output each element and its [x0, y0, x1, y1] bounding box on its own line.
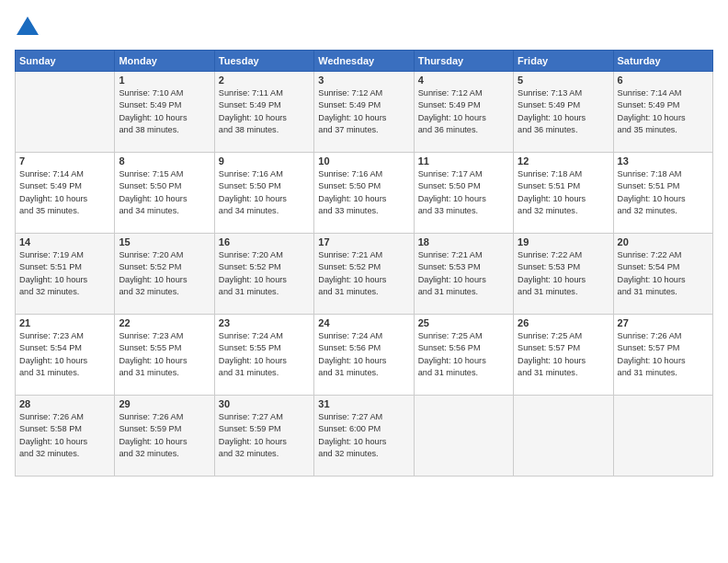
cell-line: Sunset: 5:49 PM — [19, 180, 110, 192]
cell-line: Daylight: 10 hours — [119, 355, 210, 367]
cell-content: Sunrise: 7:18 AMSunset: 5:51 PMDaylight:… — [618, 168, 709, 217]
cell-line: Sunset: 5:51 PM — [19, 261, 110, 273]
cell-line: Sunrise: 7:22 AM — [618, 249, 709, 261]
calendar-cell: 11Sunrise: 7:17 AMSunset: 5:50 PMDayligh… — [414, 153, 513, 234]
cell-content: Sunrise: 7:22 AMSunset: 5:54 PMDaylight:… — [618, 249, 709, 298]
calendar-cell: 12Sunrise: 7:18 AMSunset: 5:51 PMDayligh… — [514, 153, 613, 234]
cell-line: Sunset: 5:49 PM — [318, 99, 409, 111]
cell-line: Sunset: 5:55 PM — [219, 342, 310, 354]
cell-line: Sunset: 5:49 PM — [418, 99, 509, 111]
cell-line: and 32 minutes. — [219, 448, 310, 460]
cell-line: Sunrise: 7:18 AM — [518, 168, 609, 180]
cell-line: Sunset: 5:59 PM — [119, 423, 210, 435]
cell-line: Sunrise: 7:25 AM — [418, 330, 509, 342]
cell-line: Sunrise: 7:21 AM — [318, 249, 409, 261]
day-number: 1 — [119, 75, 210, 86]
calendar-cell: 19Sunrise: 7:22 AMSunset: 5:53 PMDayligh… — [514, 234, 613, 315]
cell-content: Sunrise: 7:26 AMSunset: 5:58 PMDaylight:… — [19, 411, 110, 460]
cell-line: Sunrise: 7:25 AM — [518, 330, 609, 342]
logo-icon — [15, 15, 40, 40]
calendar-week-row: 28Sunrise: 7:26 AMSunset: 5:58 PMDayligh… — [16, 396, 713, 477]
day-number: 23 — [219, 317, 310, 328]
cell-line: Sunrise: 7:21 AM — [418, 249, 509, 261]
cell-line: Sunset: 5:59 PM — [219, 423, 310, 435]
cell-line: Sunset: 5:52 PM — [318, 261, 409, 273]
cell-line: Sunrise: 7:26 AM — [19, 411, 110, 423]
cell-content: Sunrise: 7:27 AMSunset: 6:00 PMDaylight:… — [318, 411, 409, 460]
cell-line: and 31 minutes. — [418, 367, 509, 379]
cell-content: Sunrise: 7:13 AMSunset: 5:49 PMDaylight:… — [518, 87, 609, 136]
day-number: 2 — [219, 75, 310, 86]
cell-line: and 34 minutes. — [219, 205, 310, 217]
cell-line: and 31 minutes. — [119, 367, 210, 379]
cell-content: Sunrise: 7:11 AMSunset: 5:49 PMDaylight:… — [219, 87, 310, 136]
cell-line: and 33 minutes. — [318, 205, 409, 217]
day-number: 22 — [119, 317, 210, 328]
calendar-cell: 9Sunrise: 7:16 AMSunset: 5:50 PMDaylight… — [214, 153, 313, 234]
calendar-cell — [613, 396, 712, 477]
calendar-cell: 10Sunrise: 7:16 AMSunset: 5:50 PMDayligh… — [314, 153, 414, 234]
calendar-day-header: Friday — [514, 51, 613, 72]
calendar-day-header: Saturday — [613, 51, 712, 72]
cell-line: Daylight: 10 hours — [19, 193, 110, 205]
calendar-header-row: SundayMondayTuesdayWednesdayThursdayFrid… — [16, 51, 713, 72]
cell-content: Sunrise: 7:15 AMSunset: 5:50 PMDaylight:… — [119, 168, 210, 217]
cell-line: and 31 minutes. — [219, 367, 310, 379]
cell-line: and 31 minutes. — [618, 367, 709, 379]
cell-line: and 32 minutes. — [318, 448, 409, 460]
day-number: 18 — [418, 236, 509, 247]
day-number: 16 — [219, 236, 310, 247]
cell-line: and 38 minutes. — [219, 124, 310, 136]
cell-line: and 35 minutes. — [19, 205, 110, 217]
page: SundayMondayTuesdayWednesdayThursdayFrid… — [0, 0, 728, 563]
day-number: 6 — [618, 75, 709, 86]
day-number: 26 — [518, 317, 609, 328]
cell-line: Daylight: 10 hours — [418, 193, 509, 205]
cell-line: Sunset: 5:55 PM — [119, 342, 210, 354]
calendar-cell — [414, 396, 513, 477]
calendar-cell: 4Sunrise: 7:12 AMSunset: 5:49 PMDaylight… — [414, 72, 513, 153]
cell-line: Sunset: 5:50 PM — [418, 180, 509, 192]
cell-line: Sunrise: 7:16 AM — [318, 168, 409, 180]
cell-line: Sunrise: 7:26 AM — [119, 411, 210, 423]
calendar-cell: 24Sunrise: 7:24 AMSunset: 5:56 PMDayligh… — [314, 315, 414, 396]
cell-line: Daylight: 10 hours — [518, 355, 609, 367]
cell-content: Sunrise: 7:23 AMSunset: 5:54 PMDaylight:… — [19, 330, 110, 379]
svg-rect-1 — [24, 28, 31, 35]
cell-line: and 31 minutes. — [19, 367, 110, 379]
cell-line: and 31 minutes. — [618, 286, 709, 298]
cell-line: and 31 minutes. — [318, 367, 409, 379]
day-number: 11 — [418, 155, 509, 167]
cell-content: Sunrise: 7:22 AMSunset: 5:53 PMDaylight:… — [518, 249, 609, 298]
calendar-cell: 8Sunrise: 7:15 AMSunset: 5:50 PMDaylight… — [115, 153, 214, 234]
cell-line: Sunset: 5:49 PM — [219, 99, 310, 111]
cell-line: and 32 minutes. — [19, 448, 110, 460]
day-number: 14 — [19, 236, 110, 247]
cell-line: Sunset: 5:52 PM — [119, 261, 210, 273]
cell-line: Daylight: 10 hours — [119, 193, 210, 205]
cell-line: Sunset: 5:49 PM — [518, 99, 609, 111]
cell-content: Sunrise: 7:20 AMSunset: 5:52 PMDaylight:… — [119, 249, 210, 298]
day-number: 17 — [318, 236, 409, 247]
cell-line: Daylight: 10 hours — [219, 274, 310, 286]
day-number: 25 — [418, 317, 509, 328]
cell-line: and 31 minutes. — [219, 286, 310, 298]
header — [15, 15, 713, 40]
cell-line: Sunset: 5:49 PM — [119, 99, 210, 111]
cell-line: and 31 minutes. — [518, 367, 609, 379]
cell-line: Sunrise: 7:18 AM — [618, 168, 709, 180]
cell-line: Daylight: 10 hours — [219, 436, 310, 448]
cell-line: and 38 minutes. — [119, 124, 210, 136]
calendar-cell: 6Sunrise: 7:14 AMSunset: 5:49 PMDaylight… — [613, 72, 712, 153]
calendar-day-header: Wednesday — [314, 51, 414, 72]
cell-line: and 34 minutes. — [119, 205, 210, 217]
cell-line: Daylight: 10 hours — [418, 355, 509, 367]
calendar-cell: 5Sunrise: 7:13 AMSunset: 5:49 PMDaylight… — [514, 72, 613, 153]
calendar-week-row: 7Sunrise: 7:14 AMSunset: 5:49 PMDaylight… — [16, 153, 713, 234]
cell-content: Sunrise: 7:25 AMSunset: 5:56 PMDaylight:… — [418, 330, 509, 379]
cell-line: Sunset: 5:56 PM — [318, 342, 409, 354]
calendar-cell: 17Sunrise: 7:21 AMSunset: 5:52 PMDayligh… — [314, 234, 414, 315]
cell-line: Sunset: 5:58 PM — [19, 423, 110, 435]
cell-line: Daylight: 10 hours — [518, 112, 609, 124]
calendar-cell: 2Sunrise: 7:11 AMSunset: 5:49 PMDaylight… — [214, 72, 313, 153]
